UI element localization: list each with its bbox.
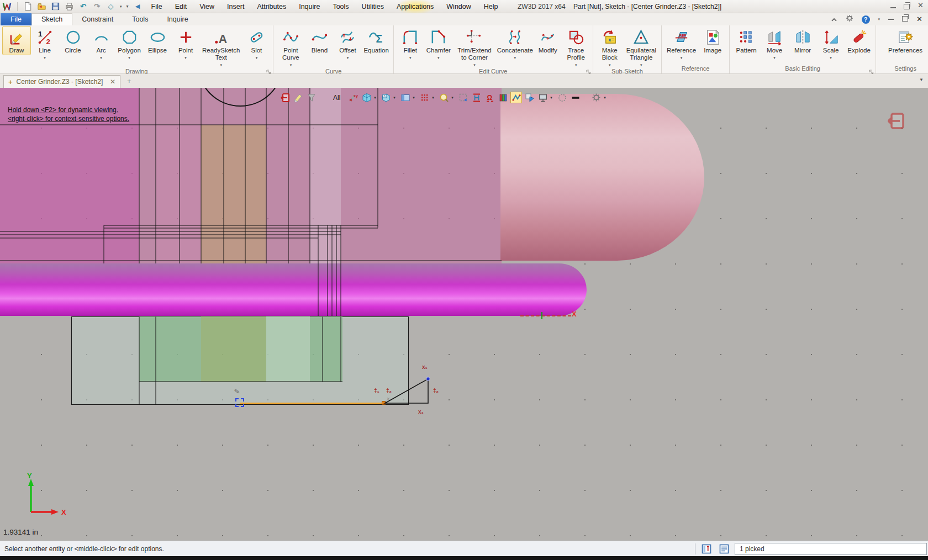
doc-restore-button[interactable]	[902, 16, 908, 22]
line-dropdown-icon[interactable]	[44, 54, 46, 59]
menu-insert[interactable]: Insert	[226, 2, 245, 11]
dotted-circle-icon[interactable]	[556, 92, 568, 103]
constraint-badge[interactable]: x₁	[422, 364, 428, 370]
point-button[interactable]: Point	[172, 27, 199, 60]
mirror-button[interactable]: Mirror	[789, 27, 816, 55]
concatenate-dropdown-icon[interactable]	[514, 54, 516, 59]
help-icon[interactable]: ?	[862, 15, 870, 24]
constraint-badge[interactable]: ‡₂	[433, 388, 439, 394]
close-button[interactable]: ✕	[918, 2, 924, 9]
explode-button[interactable]: Explode	[845, 27, 873, 55]
chamfer-dropdown-icon[interactable]	[437, 54, 440, 59]
edit-plane-icon[interactable]	[524, 92, 535, 103]
point-curve-button[interactable]: Point Curve	[276, 27, 305, 67]
view-plane-dropdown-icon[interactable]: ▾	[393, 96, 398, 100]
dialog-launcher-icon[interactable]	[266, 67, 271, 72]
arc-button[interactable]: Arc	[87, 27, 115, 60]
dimension-omega-icon[interactable]: Ω	[484, 92, 495, 103]
background-icon[interactable]	[399, 92, 411, 103]
trim-extend-dropdown-icon[interactable]	[473, 61, 476, 66]
readysketch-dropdown-icon[interactable]	[220, 61, 222, 66]
preferences-button[interactable]: Preferences	[886, 27, 925, 55]
color-bars-icon[interactable]	[497, 92, 509, 103]
collapse-left-icon[interactable]: ◀	[133, 2, 143, 11]
tab-inquire[interactable]: Inquire	[157, 13, 197, 25]
slot-dropdown-icon[interactable]	[256, 54, 258, 59]
dash-icon[interactable]	[570, 92, 581, 103]
equilateral-triangle-button[interactable]: Equilateral Triangle	[624, 27, 658, 67]
selection-filter-icon[interactable]: ◇	[106, 2, 115, 11]
prompt-history-icon[interactable]	[702, 544, 711, 554]
menu-utilities[interactable]: Utilities	[361, 2, 385, 11]
polygon-button[interactable]: Polygon	[115, 27, 143, 60]
circle-button[interactable]: Circle	[59, 27, 87, 55]
dialog-launcher-icon[interactable]	[586, 67, 591, 72]
sketch-viewport[interactable]: Hold down <F2> for dynamic viewing. <rig…	[0, 88, 928, 541]
offset-dropdown-icon[interactable]	[347, 54, 349, 59]
make-block-button[interactable]: x= Make Block	[596, 27, 624, 67]
show-curves-icon[interactable]	[510, 92, 522, 103]
reference-dropdown-icon[interactable]	[681, 54, 683, 59]
doc-close-button[interactable]: ✕	[916, 15, 922, 23]
scale-dropdown-icon[interactable]	[830, 54, 832, 59]
qat-customize-icon[interactable]: ▾	[126, 4, 129, 9]
point-dropdown-icon[interactable]	[184, 54, 187, 59]
arc-dropdown-icon[interactable]	[100, 54, 102, 59]
polygon-dropdown-icon[interactable]	[128, 54, 130, 59]
line-button[interactable]: 12 Line	[31, 27, 59, 60]
collapse-ribbon-icon[interactable]	[831, 14, 837, 24]
make-block-dropdown-icon[interactable]	[609, 61, 611, 66]
dialog-launcher-icon[interactable]	[869, 67, 874, 72]
exit-sketch-icon[interactable]	[279, 92, 291, 103]
new-document-icon[interactable]	[23, 2, 33, 11]
chevron-down-icon[interactable]: ▼	[919, 77, 924, 82]
menu-help[interactable]: Help	[483, 2, 499, 11]
document-tab-active[interactable]: + Center Grinder.Z3 - [Sketch2] ✕	[3, 75, 120, 88]
doc-minimize-button[interactable]	[888, 19, 894, 20]
file-menu-button[interactable]: File	[1, 13, 31, 25]
pick-count-field[interactable]: 1 picked	[735, 543, 927, 555]
sketch-x-axis[interactable]	[520, 315, 571, 316]
shade-mode-dropdown-icon[interactable]: ▾	[374, 96, 378, 100]
scale-button[interactable]: Scale	[817, 27, 845, 60]
menu-applications[interactable]: Applications	[396, 2, 435, 11]
menu-edit[interactable]: Edit	[174, 2, 188, 11]
zoom-dropdown-icon[interactable]: ▾	[451, 96, 456, 100]
trim-extend-button[interactable]: Trim/Extend to Corner	[453, 27, 496, 67]
draw-button[interactable]: Draw	[3, 27, 30, 55]
background-dropdown-icon[interactable]: ▾	[413, 96, 417, 100]
restore-button[interactable]	[904, 4, 910, 9]
filter-all-label[interactable]: All	[333, 94, 340, 102]
trace-profile-button[interactable]: Trace Profile	[562, 27, 590, 67]
offset-button[interactable]: Offset	[334, 27, 361, 60]
point-curve-dropdown-icon[interactable]	[290, 61, 292, 66]
selector-dropdown-icon[interactable]: ▾	[120, 4, 122, 9]
trace-profile-dropdown-icon[interactable]	[575, 61, 577, 66]
print-icon[interactable]	[65, 2, 74, 11]
tab-constraint[interactable]: Constraint	[72, 13, 123, 25]
tab-close-icon[interactable]: ✕	[110, 78, 115, 86]
shade-mode-icon[interactable]	[361, 92, 372, 103]
constraint-badge[interactable]: ‡₁	[374, 388, 379, 394]
selection-box[interactable]	[235, 398, 244, 407]
help-dropdown-icon[interactable]: ▾	[878, 17, 880, 22]
new-tab-button[interactable]: +	[127, 77, 131, 85]
menu-tools[interactable]: Tools	[331, 2, 350, 11]
menu-file[interactable]: File	[150, 2, 164, 11]
options-gear-icon[interactable]	[590, 92, 602, 103]
image-button[interactable]: Image	[699, 27, 726, 55]
menu-view[interactable]: View	[198, 2, 215, 11]
selected-line[interactable]	[240, 403, 385, 404]
reference-button[interactable]: REF Reference	[665, 27, 698, 60]
equation-button[interactable]: Σ Equation	[362, 27, 390, 55]
readysketch-text-button[interactable]: A ReadySketch Text	[200, 27, 242, 67]
fillet-button[interactable]: Fillet	[397, 27, 424, 60]
menu-attributes[interactable]: Attributes	[256, 2, 287, 11]
blend-button[interactable]: Blend	[305, 27, 333, 55]
minimize-button[interactable]	[890, 7, 896, 8]
filter-icon[interactable]	[305, 92, 317, 103]
point-grid-icon[interactable]	[419, 92, 430, 103]
message-log-icon[interactable]	[719, 544, 729, 554]
chamfer-button[interactable]: Chamfer	[425, 27, 452, 60]
modify-button[interactable]: Modify	[534, 27, 562, 55]
